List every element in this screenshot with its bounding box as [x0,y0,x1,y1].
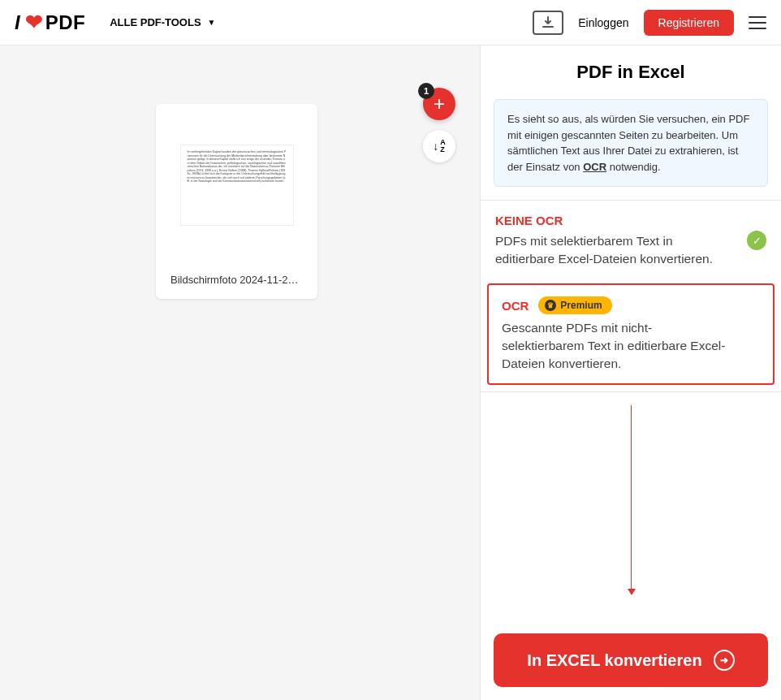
option-ocr-title: OCR [502,299,529,313]
premium-badge: ♛ Premium [538,296,611,314]
logo-pdf: PDF [45,11,86,34]
arrow-right-circle-icon: ➜ [714,650,735,671]
option-no-ocr-title: KEINE OCR [495,214,766,227]
option-ocr[interactable]: OCR ♛ Premium Gescannte PDFs mit nicht-s… [487,283,775,385]
sort-az-icon: AZ [440,139,446,153]
option-no-ocr[interactable]: KEINE OCR PDFs mit selektierbarem Text i… [481,200,781,280]
caret-down-icon: ▼ [208,18,216,27]
convert-button[interactable]: In EXCEL konvertieren ➜ [494,633,768,687]
sidebar-title: PDF in Excel [481,45,781,99]
heart-icon: ❤ [25,10,44,35]
header: I ❤ PDF ALLE PDF-TOOLS ▼ Einloggen Regis… [0,0,781,45]
arrow-down-icon [631,405,632,592]
file-count-badge: 1 [418,83,434,99]
sort-button[interactable]: ↓ AZ [423,130,455,162]
logo-i: I [15,11,20,34]
file-card[interactable]: Im vorhergehenden Kapitel wurden die ope… [156,104,317,299]
option-ocr-desc: Gescannte PDFs mit nicht-selektierbarem … [502,319,760,372]
ocr-link[interactable]: OCR [583,161,606,173]
arrow-section [481,391,781,624]
login-link[interactable]: Einloggen [578,16,628,29]
download-desktop-icon[interactable] [533,11,563,35]
sort-arrow-icon: ↓ [433,140,438,153]
nav-all-tools-label: ALLE PDF-TOOLS [110,16,201,28]
thumb-preview-text: Im vorhergehenden Kapitel wurden die ope… [188,150,287,184]
float-buttons: 1 + ↓ AZ [423,88,455,162]
add-file-button[interactable]: 1 + [423,88,455,120]
option-ocr-title-row: OCR ♛ Premium [502,296,760,314]
premium-label: Premium [560,300,602,311]
register-button[interactable]: Registrieren [644,10,734,36]
main: Im vorhergehenden Kapitel wurden die ope… [0,45,781,700]
nav-all-tools[interactable]: ALLE PDF-TOOLS ▼ [110,16,215,28]
file-area: Im vorhergehenden Kapitel wurden die ope… [0,45,480,700]
file-thumbnail: Im vorhergehenden Kapitel wurden die ope… [180,145,294,226]
logo[interactable]: I ❤ PDF [15,10,85,35]
option-no-ocr-desc: PDFs mit selektierbarem Text in editierb… [495,232,766,267]
sidebar: PDF in Excel Es sieht so aus, als würden… [480,45,781,700]
convert-button-label: In EXCEL konvertieren [527,651,701,670]
crown-icon: ♛ [545,300,556,311]
header-right: Einloggen Registrieren [533,10,766,36]
ocr-info-box: Es sieht so aus, als würden Sie versuche… [494,99,768,187]
info-text-2: notwendig. [606,161,661,173]
menu-icon[interactable] [749,16,766,29]
plus-icon: + [434,93,445,115]
file-name: Bildschirmfoto 2024-11-22 um 8... [164,266,309,291]
check-icon: ✓ [747,231,766,250]
